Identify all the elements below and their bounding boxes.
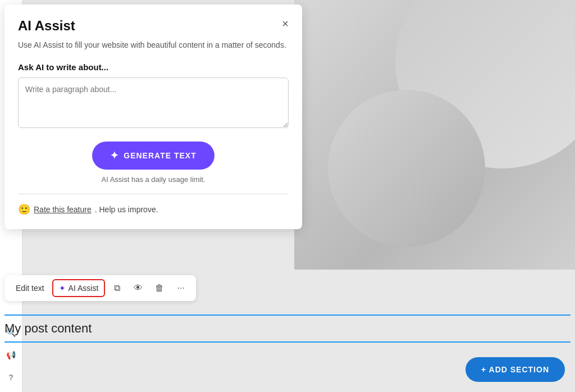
ai-assist-toolbar-label: AI Assist <box>69 284 99 293</box>
more-icon: ··· <box>177 283 185 293</box>
modal-header: AI Assist × <box>18 18 289 34</box>
delete-button[interactable]: 🗑 <box>150 279 169 298</box>
preview-button[interactable]: 👁 <box>129 279 148 298</box>
close-button[interactable]: × <box>282 18 289 29</box>
edit-text-button[interactable]: Edit text <box>10 280 50 296</box>
copy-button[interactable]: ⧉ <box>107 279 126 298</box>
text-toolbar: Edit text ✦ AI Assist ⧉ 👁 🗑 ··· <box>4 275 196 301</box>
modal-divider <box>18 194 289 194</box>
decorative-swirl <box>294 0 575 270</box>
ai-assist-modal: AI Assist × Use AI Assist to fill your w… <box>4 4 302 229</box>
modal-title: AI Assist <box>18 18 75 34</box>
modal-subtitle: Use AI Assist to fill your website with … <box>18 39 289 51</box>
eye-icon: 👁 <box>134 283 143 293</box>
trash-icon: 🗑 <box>155 283 164 293</box>
sidebar-icon-megaphone[interactable]: 📢 <box>2 346 20 364</box>
ai-sparkle-icon: ✦ <box>59 284 66 293</box>
smiley-icon: 🙂 <box>18 203 30 216</box>
ai-assist-toolbar-button[interactable]: ✦ AI Assist <box>52 279 106 297</box>
rate-link[interactable]: Rate this feature <box>34 205 92 214</box>
prompt-textarea[interactable] <box>18 78 289 128</box>
ask-label: Ask AI to write about... <box>18 62 289 72</box>
rate-help-text: . Help us improve. <box>95 205 158 214</box>
bottom-selection-line <box>4 341 571 343</box>
usage-note: AI Assist has a daily usage limit. <box>18 175 289 184</box>
rate-feature-row: 🙂 Rate this feature . Help us improve. <box>18 203 289 216</box>
prompt-input-wrapper <box>18 78 289 130</box>
generate-btn-label: GENERATE TEXT <box>124 151 196 160</box>
add-section-button[interactable]: + ADD SECTION <box>466 357 565 382</box>
top-selection-line <box>4 314 571 316</box>
sidebar-icon-help[interactable]: ? <box>2 368 20 386</box>
post-content-area: My post content <box>4 314 571 343</box>
more-button[interactable]: ··· <box>171 279 190 298</box>
generate-text-button[interactable]: ✦ GENERATE TEXT <box>92 142 214 170</box>
post-content-text[interactable]: My post content <box>4 317 571 340</box>
sparkle-icon: ✦ <box>110 149 119 162</box>
copy-icon: ⧉ <box>114 283 120 293</box>
